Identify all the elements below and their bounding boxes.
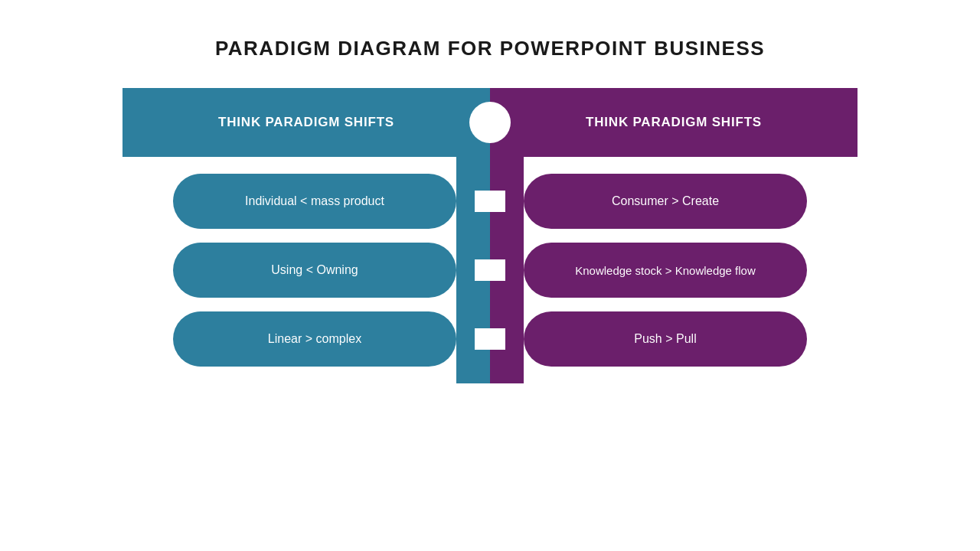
right-connector-strip (490, 157, 524, 383)
center-circle-inner (469, 102, 511, 143)
center-circle-outer (461, 93, 519, 152)
diagram: THINK PARADIGM SHIFTS Individual < mass … (122, 88, 858, 383)
right-header: THINK PARADIGM SHIFTS (490, 88, 858, 157)
right-pill-2: Knowledge stock > Knowledge flow (524, 243, 807, 298)
left-pill-2: Using < Owning (173, 243, 456, 298)
left-pills-col: Individual < mass product Using < Owning… (122, 157, 456, 383)
left-header: THINK PARADIGM SHIFTS (122, 88, 490, 157)
left-column: THINK PARADIGM SHIFTS Individual < mass … (122, 88, 490, 383)
left-pill-3: Linear > complex (173, 311, 456, 367)
right-pill-1: Consumer > Create (524, 174, 807, 229)
left-items-area: Individual < mass product Using < Owning… (122, 157, 490, 383)
right-column: THINK PARADIGM SHIFTS (490, 88, 858, 383)
left-pill-1: Individual < mass product (173, 174, 456, 229)
page-title: PARADIGM DIAGRAM FOR POWERPOINT BUSINESS (215, 37, 765, 60)
right-pills-col: Consumer > Create Knowledge stock > Know… (524, 157, 858, 383)
right-items-area: Consumer > Create Knowledge stock > Know… (490, 157, 858, 383)
left-connector-strip (456, 157, 490, 383)
right-pill-3: Push > Pull (524, 311, 807, 367)
center-circle-wrapper (461, 88, 519, 157)
